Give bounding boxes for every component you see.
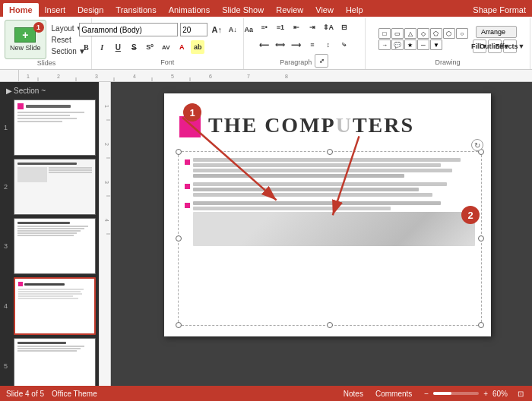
zoom-in-btn[interactable]: + bbox=[481, 389, 490, 399]
zoom-slider[interactable] bbox=[433, 392, 479, 395]
indent-increase-btn[interactable]: ⇥ bbox=[306, 21, 319, 34]
list-numbers-btn[interactable]: ≡1 bbox=[274, 21, 287, 34]
slide-textbox[interactable] bbox=[178, 151, 482, 326]
tab-help[interactable]: Help bbox=[340, 3, 369, 17]
indent-decrease-btn[interactable]: ⇤ bbox=[290, 21, 303, 34]
slide-thumb-1[interactable] bbox=[14, 99, 96, 156]
align-right-btn[interactable]: ⟶ bbox=[290, 38, 303, 52]
svg-text:5: 5 bbox=[171, 74, 174, 79]
align-left-btn[interactable]: ⟵ bbox=[258, 38, 271, 52]
shape-triangle[interactable]: △ bbox=[404, 28, 416, 39]
strikethrough-button[interactable]: S bbox=[127, 40, 141, 54]
shape-line[interactable]: ─ bbox=[417, 39, 429, 50]
ruler-corner bbox=[0, 70, 19, 82]
slide-info: Slide 4 of 5 bbox=[6, 390, 44, 398]
main-content-area: 1 2 3 4 bbox=[99, 82, 532, 386]
shadow-button[interactable]: S⁰ bbox=[143, 40, 157, 54]
font-name-input[interactable] bbox=[79, 23, 178, 36]
tab-insert[interactable]: Insert bbox=[39, 3, 72, 17]
section-label: ▶ Section ~ bbox=[3, 85, 96, 96]
new-slide-label: New Slide bbox=[10, 44, 41, 52]
tab-transitions[interactable]: Transitions bbox=[109, 3, 162, 17]
shape-more[interactable]: ▼ bbox=[430, 39, 442, 50]
slide-thumb-wrapper-3: 3 bbox=[14, 218, 96, 274]
ribbon: + New Slide 1 Layout ▼ Reset Section ▼ bbox=[0, 17, 532, 70]
svg-text:6: 6 bbox=[209, 74, 212, 79]
comments-btn[interactable]: Comments bbox=[373, 389, 414, 399]
new-slide-button[interactable]: + New Slide 1 bbox=[5, 20, 46, 59]
slide-thumb-wrapper-5: 5 bbox=[14, 338, 96, 386]
slide-num-2: 2 bbox=[4, 183, 8, 191]
ruler-h-svg: 1 2 3 4 5 6 7 8 bbox=[19, 70, 532, 82]
shape-effect-btn[interactable]: Effects▼ bbox=[503, 39, 517, 53]
svg-text:4: 4 bbox=[104, 219, 109, 222]
para-group-label: Paragraph bbox=[280, 58, 312, 68]
slide-num-4: 4 bbox=[4, 302, 8, 310]
slide-thumb-wrapper-1: 1 bbox=[14, 99, 96, 156]
underline-button[interactable]: U bbox=[111, 40, 125, 54]
tab-shapeformat[interactable]: Shape Format bbox=[467, 3, 532, 17]
ribbon-group-slides: + New Slide 1 Layout ▼ Reset Section ▼ bbox=[2, 18, 92, 69]
font-color-button[interactable]: A bbox=[175, 40, 188, 54]
italic-button[interactable]: I bbox=[95, 40, 109, 54]
columns-btn[interactable]: ⊟ bbox=[337, 21, 351, 34]
shape-oval[interactable]: ○ bbox=[456, 28, 468, 39]
justify-btn[interactable]: ≡ bbox=[306, 38, 319, 52]
drawing-group-label: Drawing bbox=[435, 58, 460, 68]
fit-slide-btn[interactable]: ⊡ bbox=[515, 389, 526, 399]
handle-mr[interactable] bbox=[478, 235, 484, 242]
handle-ml[interactable] bbox=[176, 235, 182, 242]
text-highlight-button[interactable]: ab bbox=[191, 40, 204, 54]
handle-tl[interactable] bbox=[176, 149, 182, 155]
shape-rect[interactable]: □ bbox=[378, 28, 391, 39]
font-size-increase[interactable]: A↑ bbox=[210, 23, 223, 36]
rotate-handle[interactable]: ↻ bbox=[471, 139, 483, 151]
line-spacing-btn[interactable]: ↕ bbox=[321, 38, 335, 52]
tab-design[interactable]: Design bbox=[71, 3, 109, 17]
tab-review[interactable]: Review bbox=[270, 3, 309, 17]
smartart-convert-btn[interactable]: ⤷ bbox=[337, 38, 351, 52]
arrange-button[interactable]: Arrange bbox=[476, 26, 517, 38]
ribbon-group-paragraph: ≡• ≡1 ⇤ ⇥ ⇕A ⊟ ⟵ ⟺ ⟶ ≡ ↕ ⤷ Paragraph ⤢ bbox=[244, 18, 366, 69]
handle-bm[interactable] bbox=[327, 322, 333, 328]
handle-tm[interactable] bbox=[327, 149, 333, 155]
handle-bl[interactable] bbox=[176, 322, 182, 328]
tab-home[interactable]: Home bbox=[3, 3, 39, 17]
align-center-btn[interactable]: ⟺ bbox=[274, 38, 287, 52]
tab-view[interactable]: View bbox=[309, 3, 340, 17]
para-dialog-btn[interactable]: ⤢ bbox=[315, 54, 328, 68]
notes-btn[interactable]: Notes bbox=[341, 389, 366, 399]
slide-num-1: 1 bbox=[4, 124, 8, 131]
tab-animations[interactable]: Animations bbox=[163, 3, 216, 17]
font-size-decrease[interactable]: A↓ bbox=[226, 23, 239, 36]
font-group-label: Font bbox=[160, 58, 174, 68]
slide-canvas[interactable]: THE COMPUTERS bbox=[164, 93, 491, 336]
char-spacing-button[interactable]: AV bbox=[159, 40, 173, 54]
svg-text:3: 3 bbox=[95, 74, 98, 79]
shape-callout[interactable]: 💬 bbox=[391, 39, 404, 50]
tab-slideshow[interactable]: Slide Show bbox=[216, 3, 270, 17]
slide-num-3: 3 bbox=[4, 242, 8, 250]
shape-star[interactable]: ★ bbox=[404, 39, 416, 50]
slide-title: THE COMPUTERS bbox=[208, 113, 414, 137]
bold-button[interactable]: B bbox=[79, 40, 93, 54]
shape-diamond[interactable]: ◇ bbox=[417, 28, 429, 39]
slide-container: THE COMPUTERS bbox=[111, 82, 532, 386]
slide-thumb-3[interactable] bbox=[14, 218, 96, 274]
zoom-out-btn[interactable]: − bbox=[422, 389, 431, 399]
handle-br[interactable] bbox=[478, 322, 484, 328]
annotation-1: 1 bbox=[33, 22, 44, 33]
bullet-1 bbox=[185, 159, 190, 165]
shape-rounded-rect[interactable]: ▭ bbox=[391, 28, 404, 39]
slide-thumb-5[interactable] bbox=[14, 338, 96, 386]
list-bullets-btn[interactable]: ≡• bbox=[258, 21, 271, 34]
text-direction-btn[interactable]: ⇕A bbox=[321, 21, 335, 34]
slide-thumb-4[interactable] bbox=[14, 277, 96, 335]
shape-pentagon[interactable]: ⬠ bbox=[430, 28, 442, 39]
font-size-input[interactable] bbox=[180, 23, 207, 36]
shape-arrow[interactable]: → bbox=[378, 39, 391, 50]
svg-text:3: 3 bbox=[104, 181, 109, 184]
shape-hexagon[interactable]: ⬡ bbox=[443, 28, 455, 39]
slide-thumb-2[interactable] bbox=[14, 159, 96, 215]
svg-text:2: 2 bbox=[57, 74, 60, 79]
